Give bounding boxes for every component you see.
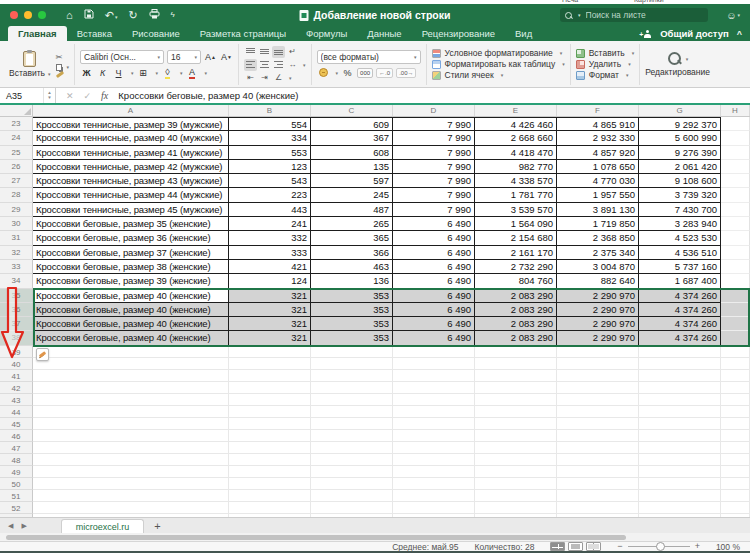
cell[interactable]: 608 bbox=[311, 146, 393, 160]
cell[interactable] bbox=[311, 406, 393, 418]
increase-indent-button[interactable]: ⇥ bbox=[258, 72, 271, 84]
cell[interactable] bbox=[475, 370, 557, 382]
cell[interactable]: 9 292 370 bbox=[639, 117, 721, 131]
cell[interactable]: Кроссовки теннисные, размер 42 (мужские) bbox=[33, 160, 229, 174]
cell[interactable] bbox=[229, 502, 311, 514]
row-header-23[interactable]: 23 bbox=[0, 117, 33, 131]
cell[interactable] bbox=[639, 358, 721, 370]
cell[interactable]: 241 bbox=[229, 217, 311, 231]
cell[interactable]: 487 bbox=[311, 203, 393, 217]
sheet-tab-active[interactable]: microexcel.ru bbox=[61, 519, 145, 533]
tab-vstavka[interactable]: Вставка bbox=[67, 26, 122, 41]
formula-bar-value[interactable]: Кроссовки беговые, размер 40 (женские) bbox=[118, 90, 298, 101]
cell[interactable] bbox=[33, 370, 229, 382]
cell[interactable] bbox=[311, 346, 393, 358]
cell[interactable]: 5 600 990 bbox=[639, 131, 721, 145]
horizontal-scrollbar-thumb[interactable] bbox=[6, 535, 626, 540]
cell[interactable]: 2 290 970 bbox=[557, 303, 639, 317]
cell[interactable] bbox=[557, 430, 639, 442]
cell[interactable]: 543 bbox=[229, 174, 311, 188]
cell[interactable] bbox=[229, 394, 311, 406]
cell[interactable]: Кроссовки беговые, размер 37 (женские) bbox=[33, 246, 229, 260]
cell[interactable]: Кроссовки теннисные, размер 39 (мужские) bbox=[33, 117, 229, 131]
borders-button[interactable]: ⊞ bbox=[137, 66, 150, 79]
cell[interactable]: 6 490 bbox=[393, 289, 475, 303]
cell[interactable] bbox=[557, 514, 639, 517]
format-cells-button[interactable]: Формат▾ bbox=[576, 71, 635, 80]
prev-sheet-icon[interactable]: ◀ bbox=[8, 522, 13, 530]
cell[interactable]: 6 490 bbox=[393, 231, 475, 245]
column-header-F[interactable]: F bbox=[557, 105, 639, 116]
cell[interactable]: Кроссовки теннисные, размер 45 (мужские) bbox=[33, 203, 229, 217]
cell[interactable] bbox=[557, 502, 639, 514]
cell[interactable] bbox=[721, 466, 750, 478]
zoom-in-icon[interactable]: + bbox=[695, 542, 700, 551]
cell[interactable] bbox=[721, 117, 750, 131]
cell[interactable] bbox=[721, 289, 750, 303]
column-header-H[interactable]: H bbox=[721, 105, 750, 116]
row-header-27[interactable]: 27 bbox=[0, 174, 33, 188]
cell[interactable]: 4 426 460 bbox=[475, 117, 557, 131]
cell[interactable]: 1 781 770 bbox=[475, 188, 557, 202]
cell[interactable] bbox=[721, 331, 750, 345]
cell[interactable] bbox=[393, 490, 475, 502]
confirm-entry-icon[interactable]: ✓ bbox=[84, 91, 92, 101]
cell[interactable] bbox=[229, 406, 311, 418]
cell[interactable] bbox=[557, 418, 639, 430]
cell[interactable] bbox=[311, 442, 393, 454]
cell[interactable]: 4 374 260 bbox=[639, 303, 721, 317]
cell[interactable]: 245 bbox=[311, 188, 393, 202]
cell[interactable]: 2 290 970 bbox=[557, 331, 639, 345]
cell[interactable] bbox=[393, 454, 475, 466]
cell[interactable] bbox=[229, 514, 311, 517]
save-icon[interactable] bbox=[84, 9, 94, 21]
cell[interactable]: 3 539 570 bbox=[475, 203, 557, 217]
cell[interactable]: 321 bbox=[229, 331, 311, 345]
row-header-31[interactable]: 31 bbox=[0, 231, 33, 245]
cell[interactable]: 333 bbox=[229, 246, 311, 260]
wrap-text-button[interactable]: ↵ bbox=[286, 46, 299, 58]
cell-styles-button[interactable]: Стили ячеек▾ bbox=[432, 71, 565, 80]
row-header-33[interactable]: 33 bbox=[0, 260, 33, 274]
name-box[interactable]: A35 ▲▼ bbox=[0, 88, 56, 103]
cell[interactable] bbox=[475, 358, 557, 370]
delete-cells-button[interactable]: Удалить▾ bbox=[576, 60, 635, 69]
cell[interactable] bbox=[393, 502, 475, 514]
cell[interactable] bbox=[721, 358, 750, 370]
cell[interactable] bbox=[721, 430, 750, 442]
redo-button[interactable]: ↻ bbox=[128, 10, 137, 21]
cell[interactable] bbox=[721, 174, 750, 188]
cell[interactable] bbox=[639, 514, 721, 517]
cell[interactable]: 804 760 bbox=[475, 274, 557, 288]
cell[interactable] bbox=[393, 394, 475, 406]
align-bottom-button[interactable] bbox=[272, 46, 285, 58]
cell[interactable]: 1 957 550 bbox=[557, 188, 639, 202]
feedback-smiley-button[interactable]: ☺▾ bbox=[726, 10, 740, 21]
cell[interactable] bbox=[721, 502, 750, 514]
row-header-26[interactable]: 26 bbox=[0, 160, 33, 174]
cell[interactable] bbox=[721, 442, 750, 454]
cell[interactable]: Кроссовки беговые, размер 35 (женские) bbox=[33, 217, 229, 231]
cell[interactable] bbox=[721, 160, 750, 174]
cell[interactable]: 7 990 bbox=[393, 160, 475, 174]
zoom-slider[interactable] bbox=[628, 546, 690, 547]
row-header-28[interactable]: 28 bbox=[0, 188, 33, 202]
row-header-48[interactable]: 48 bbox=[0, 454, 33, 466]
cell[interactable]: 4 374 260 bbox=[639, 331, 721, 345]
cell[interactable]: 2 368 850 bbox=[557, 231, 639, 245]
cell[interactable]: 353 bbox=[311, 303, 393, 317]
percent-format-button[interactable]: % bbox=[341, 66, 354, 79]
cell[interactable] bbox=[721, 370, 750, 382]
minimize-window-button[interactable] bbox=[24, 11, 32, 19]
cell[interactable]: 3 891 130 bbox=[557, 203, 639, 217]
customize-toolbar-icon[interactable]: ϟ bbox=[171, 11, 175, 19]
cell[interactable] bbox=[475, 454, 557, 466]
cell[interactable] bbox=[393, 430, 475, 442]
cell[interactable] bbox=[311, 358, 393, 370]
format-painter-button[interactable] bbox=[56, 73, 70, 76]
cell[interactable] bbox=[639, 454, 721, 466]
row-header-30[interactable]: 30 bbox=[0, 217, 33, 231]
row-header-52[interactable]: 52 bbox=[0, 502, 33, 514]
horizontal-scrollbar[interactable] bbox=[0, 533, 750, 541]
cell[interactable]: 4 857 920 bbox=[557, 146, 639, 160]
